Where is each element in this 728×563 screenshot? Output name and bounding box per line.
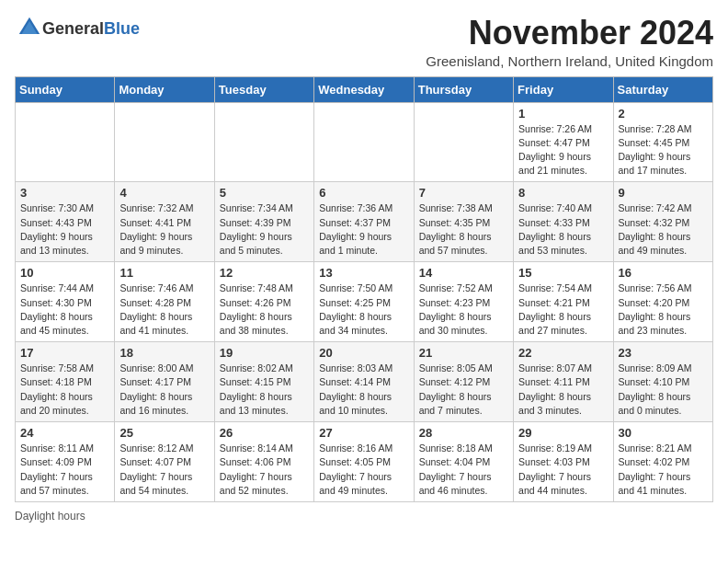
logo-icon (17, 15, 42, 40)
day-info: Sunrise: 8:14 AM Sunset: 4:06 PM Dayligh… (220, 442, 309, 498)
calendar-cell: 11Sunrise: 7:46 AM Sunset: 4:28 PM Dayli… (115, 262, 214, 342)
calendar-cell: 25Sunrise: 8:12 AM Sunset: 4:07 PM Dayli… (115, 422, 214, 502)
day-info: Sunrise: 8:07 AM Sunset: 4:11 PM Dayligh… (518, 362, 608, 418)
calendar-table: SundayMondayTuesdayWednesdayThursdayFrid… (15, 76, 713, 502)
calendar-week-row: 17Sunrise: 7:58 AM Sunset: 4:18 PM Dayli… (16, 342, 713, 422)
day-info: Sunrise: 8:02 AM Sunset: 4:15 PM Dayligh… (220, 362, 309, 418)
day-number: 16 (619, 266, 708, 280)
day-info: Sunrise: 8:03 AM Sunset: 4:14 PM Dayligh… (319, 362, 408, 418)
calendar-cell: 27Sunrise: 8:16 AM Sunset: 4:05 PM Dayli… (314, 422, 414, 502)
day-info: Sunrise: 7:32 AM Sunset: 4:41 PM Dayligh… (119, 201, 209, 258)
day-number: 17 (20, 346, 109, 360)
day-info: Sunrise: 8:12 AM Sunset: 4:07 PM Dayligh… (119, 442, 209, 498)
calendar-cell (314, 102, 414, 182)
day-info: Sunrise: 7:52 AM Sunset: 4:23 PM Dayligh… (419, 282, 508, 338)
day-number: 9 (619, 186, 708, 200)
calendar-cell: 3Sunrise: 7:30 AM Sunset: 4:43 PM Daylig… (16, 182, 115, 262)
day-number: 21 (419, 346, 508, 360)
day-info: Sunrise: 7:26 AM Sunset: 4:47 PM Dayligh… (518, 122, 608, 178)
day-info: Sunrise: 8:19 AM Sunset: 4:03 PM Dayligh… (518, 442, 608, 498)
calendar-cell: 21Sunrise: 8:05 AM Sunset: 4:12 PM Dayli… (414, 342, 513, 422)
logo-general-text: General (42, 19, 104, 38)
day-info: Sunrise: 7:58 AM Sunset: 4:18 PM Dayligh… (20, 362, 109, 418)
calendar-cell: 8Sunrise: 7:40 AM Sunset: 4:33 PM Daylig… (514, 182, 613, 262)
calendar-cell (214, 102, 313, 182)
day-number: 3 (20, 186, 109, 200)
calendar-cell: 29Sunrise: 8:19 AM Sunset: 4:03 PM Dayli… (514, 422, 613, 502)
day-number: 18 (119, 346, 209, 360)
calendar-cell: 17Sunrise: 7:58 AM Sunset: 4:18 PM Dayli… (16, 342, 115, 422)
day-number: 15 (518, 266, 608, 280)
day-info: Sunrise: 8:00 AM Sunset: 4:17 PM Dayligh… (119, 362, 209, 418)
calendar-cell: 1Sunrise: 7:26 AM Sunset: 4:47 PM Daylig… (514, 102, 613, 182)
calendar-cell: 2Sunrise: 7:28 AM Sunset: 4:45 PM Daylig… (613, 102, 712, 182)
legend: Daylight hours (15, 510, 713, 523)
calendar-cell: 13Sunrise: 7:50 AM Sunset: 4:25 PM Dayli… (314, 262, 414, 342)
day-number: 4 (119, 186, 209, 200)
day-info: Sunrise: 7:34 AM Sunset: 4:39 PM Dayligh… (220, 201, 309, 258)
day-info: Sunrise: 7:48 AM Sunset: 4:26 PM Dayligh… (220, 282, 309, 338)
calendar-cell (115, 102, 214, 182)
day-info: Sunrise: 8:21 AM Sunset: 4:02 PM Dayligh… (619, 442, 708, 498)
calendar-cell: 28Sunrise: 8:18 AM Sunset: 4:04 PM Dayli… (414, 422, 513, 502)
day-number: 26 (220, 426, 309, 440)
calendar-cell: 30Sunrise: 8:21 AM Sunset: 4:02 PM Dayli… (613, 422, 712, 502)
logo-blue-text: Blue (104, 19, 140, 38)
col-header-thursday: Thursday (414, 76, 513, 102)
day-number: 12 (220, 266, 309, 280)
month-title: November 2024 (426, 15, 713, 52)
calendar-cell: 7Sunrise: 7:38 AM Sunset: 4:35 PM Daylig… (414, 182, 513, 262)
day-number: 8 (518, 186, 608, 200)
day-info: Sunrise: 7:42 AM Sunset: 4:32 PM Dayligh… (619, 201, 708, 258)
day-number: 6 (319, 186, 408, 200)
calendar-cell: 20Sunrise: 8:03 AM Sunset: 4:14 PM Dayli… (314, 342, 414, 422)
day-number: 5 (220, 186, 309, 200)
title-block: November 2024 Greenisland, Northern Irel… (426, 15, 713, 69)
col-header-friday: Friday (514, 76, 613, 102)
day-info: Sunrise: 7:54 AM Sunset: 4:21 PM Dayligh… (518, 282, 608, 338)
calendar-cell: 26Sunrise: 8:14 AM Sunset: 4:06 PM Dayli… (214, 422, 313, 502)
day-info: Sunrise: 7:28 AM Sunset: 4:45 PM Dayligh… (619, 122, 708, 178)
day-info: Sunrise: 8:16 AM Sunset: 4:05 PM Dayligh… (319, 442, 408, 498)
calendar-cell: 15Sunrise: 7:54 AM Sunset: 4:21 PM Dayli… (514, 262, 613, 342)
day-info: Sunrise: 7:56 AM Sunset: 4:20 PM Dayligh… (619, 282, 708, 338)
col-header-sunday: Sunday (16, 76, 115, 102)
calendar-cell: 12Sunrise: 7:48 AM Sunset: 4:26 PM Dayli… (214, 262, 313, 342)
col-header-wednesday: Wednesday (314, 76, 414, 102)
day-info: Sunrise: 8:18 AM Sunset: 4:04 PM Dayligh… (419, 442, 508, 498)
location-title: Greenisland, Northern Ireland, United Ki… (426, 53, 713, 69)
day-number: 22 (518, 346, 608, 360)
calendar-cell: 5Sunrise: 7:34 AM Sunset: 4:39 PM Daylig… (214, 182, 313, 262)
day-info: Sunrise: 7:40 AM Sunset: 4:33 PM Dayligh… (518, 201, 608, 258)
day-info: Sunrise: 8:05 AM Sunset: 4:12 PM Dayligh… (419, 362, 508, 418)
calendar-week-row: 24Sunrise: 8:11 AM Sunset: 4:09 PM Dayli… (16, 422, 713, 502)
calendar-cell: 23Sunrise: 8:09 AM Sunset: 4:10 PM Dayli… (613, 342, 712, 422)
calendar-cell (414, 102, 513, 182)
day-number: 7 (419, 186, 508, 200)
day-number: 10 (20, 266, 109, 280)
day-info: Sunrise: 7:38 AM Sunset: 4:35 PM Dayligh… (419, 201, 508, 258)
calendar-cell: 24Sunrise: 8:11 AM Sunset: 4:09 PM Dayli… (16, 422, 115, 502)
day-info: Sunrise: 8:11 AM Sunset: 4:09 PM Dayligh… (20, 442, 109, 498)
calendar-week-row: 1Sunrise: 7:26 AM Sunset: 4:47 PM Daylig… (16, 102, 713, 182)
calendar-cell: 14Sunrise: 7:52 AM Sunset: 4:23 PM Dayli… (414, 262, 513, 342)
day-number: 29 (518, 426, 608, 440)
day-number: 11 (119, 266, 209, 280)
col-header-saturday: Saturday (613, 76, 712, 102)
calendar-cell: 4Sunrise: 7:32 AM Sunset: 4:41 PM Daylig… (115, 182, 214, 262)
col-header-tuesday: Tuesday (214, 76, 313, 102)
calendar-cell: 6Sunrise: 7:36 AM Sunset: 4:37 PM Daylig… (314, 182, 414, 262)
calendar-cell: 19Sunrise: 8:02 AM Sunset: 4:15 PM Dayli… (214, 342, 313, 422)
day-number: 27 (319, 426, 408, 440)
day-info: Sunrise: 7:30 AM Sunset: 4:43 PM Dayligh… (20, 201, 109, 258)
day-number: 28 (419, 426, 508, 440)
calendar-week-row: 3Sunrise: 7:30 AM Sunset: 4:43 PM Daylig… (16, 182, 713, 262)
daylight-hours-label: Daylight hours (15, 510, 85, 523)
day-number: 20 (319, 346, 408, 360)
day-number: 14 (419, 266, 508, 280)
day-number: 2 (619, 107, 708, 121)
calendar-cell: 10Sunrise: 7:44 AM Sunset: 4:30 PM Dayli… (16, 262, 115, 342)
calendar-cell: 22Sunrise: 8:07 AM Sunset: 4:11 PM Dayli… (514, 342, 613, 422)
col-header-monday: Monday (115, 76, 214, 102)
day-info: Sunrise: 7:44 AM Sunset: 4:30 PM Dayligh… (20, 282, 109, 338)
